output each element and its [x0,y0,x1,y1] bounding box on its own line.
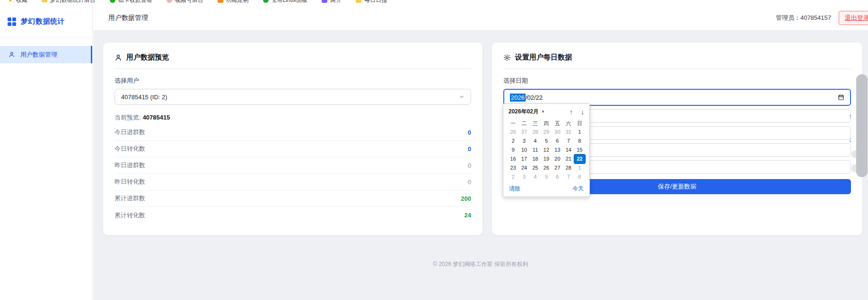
calendar-day[interactable]: 1 [574,163,585,172]
circle-icon [263,0,269,3]
calendar-day[interactable]: 26 [541,163,552,172]
date-year-segment: 2026 [510,94,526,102]
date-rest-segment: /02/22 [526,94,543,101]
prev-month-arrow-icon[interactable]: ↑ [570,108,573,116]
stat-label: 累计进群数 [114,194,145,203]
calendar-day[interactable]: 26 [508,128,518,137]
calendar-day[interactable]: 11 [530,146,541,154]
scrollbar-thumb[interactable] [856,74,868,177]
month-selector[interactable]: 2026年02月 ▼ [509,108,545,116]
bookmark-item[interactable]: 梦幻数据统计后台 [42,0,96,4]
calendar-day[interactable]: 20 [552,154,563,163]
avatar-icon [167,0,172,3]
calendar-day[interactable]: 2 [508,137,518,146]
calendar-clear-button[interactable]: 清除 [509,185,520,193]
browser-bookmarks-bar: ★收藏梦幻数据统计后台德卡收款直链视频号后台功能定制宝塔Linux面板两开每日日… [0,0,868,5]
calendar-day[interactable]: 5 [541,172,552,181]
calendar-day[interactable]: 29 [541,128,552,137]
calendar-day[interactable]: 3 [518,172,529,181]
sidebar-item-user-data[interactable]: 用户数据管理 [0,46,92,63]
calendar-day[interactable]: 25 [530,163,541,172]
calendar-icon[interactable] [838,94,844,101]
calendar-day[interactable]: 10 [518,146,529,154]
calendar-day[interactable]: 14 [563,146,574,154]
calendar-day[interactable]: 27 [518,128,529,137]
calendar-day[interactable]: 4 [530,172,541,181]
logout-button[interactable]: 退出登录 [839,11,868,25]
calendar-day[interactable]: 12 [541,146,552,154]
bookmark-label: 每日日报 [364,0,387,4]
bookmark-item[interactable]: 功能定制 [218,0,249,4]
stat-value: 0 [468,129,471,136]
calendar-day[interactable]: 4 [530,137,541,146]
calendar-day[interactable]: 24 [518,163,529,172]
stat-row: 昨日进群数0 [114,157,471,174]
calendar-day[interactable]: 7 [563,137,574,146]
current-preview: 当前预览:40785415 [114,113,471,122]
calendar-day[interactable]: 30 [552,128,563,137]
calendar-day[interactable]: 13 [552,146,563,154]
calendar-day[interactable]: 9 [508,146,518,154]
select-user-label: 选择用户 [114,77,471,85]
calendar-day-selected[interactable]: 22 [574,154,585,163]
star-icon: ★ [8,0,13,3]
brand-title: 梦幻数据统计 [21,17,65,26]
calendar-day[interactable]: 17 [518,154,529,163]
calendar-nav: ↑ ↓ [570,108,584,116]
weekday-label: 日 [574,119,585,128]
bookmark-item[interactable]: ★收藏 [8,0,27,4]
calendar-day[interactable]: 16 [508,154,518,163]
next-month-arrow-icon[interactable]: ↓ [581,108,584,116]
calendar-day[interactable]: 6 [552,172,563,181]
weekday-label: 四 [541,119,552,128]
calendar-day[interactable]: 28 [563,163,574,172]
calendar-day[interactable]: 19 [541,154,552,163]
bookmark-label: 宝塔Linux面板 [272,0,308,4]
bookmark-item[interactable]: 两开 [322,0,342,4]
calendar-day[interactable]: 27 [552,163,563,172]
bookmark-label: 梦幻数据统计后台 [50,0,96,4]
calendar-day[interactable]: 8 [574,172,585,181]
calendar-day[interactable]: 21 [563,154,574,163]
stat-label: 昨日进群数 [114,161,145,170]
date-picker-header: 2026年02月 ▼ ↑ ↓ [508,107,585,119]
scroll-down-arrow-icon[interactable]: ↓ [849,136,852,144]
weekday-label: 五 [552,119,563,128]
bookmark-item[interactable]: 每日日报 [356,0,387,4]
bookmark-item[interactable]: 宝塔Linux面板 [263,0,308,4]
calendar-today-button[interactable]: 今天 [572,185,584,193]
bookmark-label: 视频号后台 [175,0,203,4]
calendar-day[interactable]: 18 [530,154,541,163]
app-window: ★收藏梦幻数据统计后台德卡收款直链视频号后台功能定制宝塔Linux面板两开每日日… [0,0,868,300]
content-area: 用户数据预览 选择用户 40785415 (ID: 2) 当前预览:407854… [93,31,868,300]
date-picker-popup: 2026年02月 ▼ ↑ ↓ 一二三四五六日 26272829303112345… [503,103,590,197]
bookmarks-bar-items: ★收藏梦幻数据统计后台德卡收款直链视频号后台功能定制宝塔Linux面板两开每日日… [0,0,868,5]
square-icon [218,0,223,3]
calendar-day[interactable]: 23 [508,163,518,172]
stat-row: 今日进群数0 [114,124,471,141]
calendar-day[interactable]: 8 [574,137,585,146]
preview-card-title-text: 用户数据预览 [126,53,169,62]
calendar-day[interactable]: 3 [518,137,529,146]
calendar-day[interactable]: 1 [574,128,585,137]
calendar-days-grid: 2627282930311234567891011121314151617181… [508,128,585,181]
square-icon [356,0,361,3]
calendar-day[interactable]: 28 [530,128,541,137]
month-label: 2026年02月 [509,108,539,116]
calendar-day[interactable]: 31 [563,128,574,137]
stat-value: 200 [461,195,471,202]
footer-copyright: © 2026 梦幻网络工作室 保留所有权利 [93,260,868,268]
user-select[interactable]: 40785415 (ID: 2) [114,89,471,105]
bookmark-label: 德卡收款直链 [118,0,152,4]
bookmark-item[interactable]: 视频号后台 [167,0,203,4]
scroll-up-arrow-icon[interactable]: ↑ [849,112,852,120]
user-icon [9,51,16,58]
bookmark-item[interactable]: 德卡收款直链 [110,0,152,4]
stat-value: 0 [468,162,471,169]
calendar-day[interactable]: 7 [563,172,574,181]
calendar-day[interactable]: 6 [552,137,563,146]
stat-label: 今日转化数 [114,145,145,153]
calendar-day[interactable]: 5 [541,137,552,146]
calendar-day[interactable]: 2 [508,172,518,181]
calendar-day[interactable]: 15 [574,146,585,154]
